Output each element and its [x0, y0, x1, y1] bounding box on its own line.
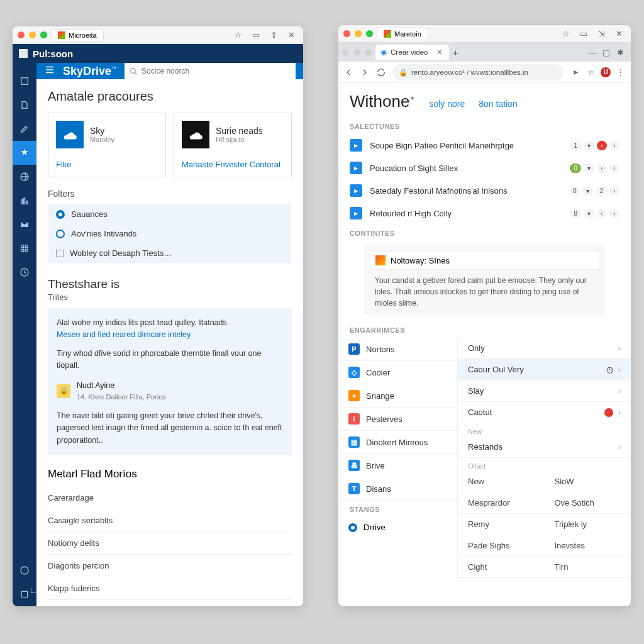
eng-row[interactable]: TDisans [338, 477, 457, 501]
back-icon[interactable] [343, 67, 353, 77]
app-tab[interactable]: Maretoin [377, 28, 428, 40]
address-field[interactable]: 🔒rento.aryeow.co¹ / wvws:ionalllbes.in [392, 64, 564, 80]
rail-home[interactable] [13, 69, 36, 93]
salectune-row[interactable]: ▸Poucation of Sight Sillex0▾‹› [338, 157, 631, 179]
grid-cell[interactable]: Remy [458, 514, 545, 535]
rail-files[interactable] [13, 93, 36, 117]
reload-icon[interactable] [376, 67, 386, 77]
pill[interactable]: › [609, 141, 619, 150]
option-row[interactable]: Caotut› [458, 402, 631, 423]
tile-sky[interactable]: SkyMaroley Flke [48, 113, 166, 177]
pill[interactable]: 2 [596, 186, 607, 196]
pill[interactable]: 1 [570, 141, 581, 150]
hero-link[interactable]: 8on tation [479, 99, 518, 109]
list-item[interactable]: Diagonts percion [48, 555, 292, 577]
pill[interactable]: 0 [569, 186, 580, 196]
close-icon[interactable]: ✕ [612, 28, 626, 40]
browser-tab[interactable]: Microeita [51, 29, 104, 42]
min-dot[interactable] [355, 30, 362, 37]
grid-cell[interactable]: New [458, 471, 545, 492]
pill[interactable]: ‹ [597, 164, 607, 173]
grid-cell[interactable]: Inevstes [545, 535, 631, 557]
option-row[interactable]: Caour Oul Very◷› [458, 359, 631, 380]
menu-icon[interactable] [44, 64, 55, 78]
rail-edit[interactable] [13, 117, 36, 141]
eng-row[interactable]: ●Snange [338, 384, 457, 408]
rail-mail[interactable] [13, 213, 36, 236]
eng-row[interactable]: ▤Diookert Mireous [338, 431, 457, 454]
hero-link[interactable]: soly nore [429, 99, 465, 109]
list-item[interactable]: Klapp fuderics [48, 577, 292, 600]
option-row[interactable]: Only› [458, 338, 631, 359]
option-row[interactable]: Slay› [458, 380, 631, 402]
list-item[interactable]: Carerardage [48, 487, 292, 509]
max-dot[interactable] [40, 31, 47, 38]
restore-icon[interactable]: ▢ [599, 47, 613, 58]
pill[interactable]: ▾ [584, 164, 594, 173]
corner-icon[interactable]: ∟ [29, 585, 38, 595]
browser-tab[interactable]: ◉Crear video✕ [375, 45, 449, 60]
forward-icon[interactable] [360, 67, 370, 77]
ext-icon[interactable]: ✱ [613, 47, 627, 58]
rail-clock[interactable] [13, 260, 36, 284]
drive-row[interactable]: Drrive [338, 517, 457, 538]
search-input[interactable] [142, 67, 291, 75]
tile-link[interactable]: Mariaste Frivester Contoral [182, 160, 284, 169]
eng-row[interactable]: ◇Cooler [338, 361, 457, 384]
bookmark-icon[interactable]: ☆ [586, 67, 596, 77]
pill[interactable]: ‹ [597, 209, 607, 218]
star-icon[interactable]: ☆ [231, 30, 245, 41]
pill[interactable]: 0 [570, 164, 581, 173]
pill[interactable]: › [609, 164, 619, 173]
pill[interactable]: 8 [570, 209, 581, 218]
close-icon[interactable]: ✕ [284, 30, 298, 41]
star-icon[interactable]: ☆ [559, 28, 573, 40]
salectune-row[interactable]: ▸Soupe Bign Patieo Penticil Maneihrptge1… [338, 134, 631, 157]
avatar-badge[interactable]: U [601, 67, 611, 77]
grid-cell[interactable]: Mesprardor [458, 492, 545, 514]
pill[interactable]: ▾ [584, 141, 594, 150]
pill[interactable]: › [609, 186, 619, 196]
send-icon[interactable]: ➤ [570, 67, 580, 77]
minimize-icon[interactable]: — [586, 47, 599, 58]
eng-row[interactable]: iPesterves [338, 408, 457, 431]
rail-grid[interactable] [13, 236, 36, 260]
tile-surie[interactable]: Surie neadsHif sipute Mariaste Frivester… [174, 113, 292, 177]
card-link[interactable]: Mesen and fied reared dirncare inteley [57, 330, 191, 339]
pill[interactable]: ▾ [582, 186, 593, 196]
close-dot[interactable] [18, 31, 25, 38]
tile-link[interactable]: Flke [56, 160, 158, 169]
pill[interactable]: ▾ [584, 209, 594, 218]
rail-chart[interactable] [13, 189, 36, 213]
folder-item[interactable]: Wobley col Desaph Tiests… [48, 243, 291, 263]
close-dot[interactable] [343, 30, 350, 37]
rail-globe[interactable] [13, 165, 36, 189]
search-box[interactable] [125, 63, 296, 79]
grid-cell[interactable]: Triplek iy [545, 514, 631, 535]
max-dot[interactable] [366, 30, 373, 37]
folder-item[interactable]: Sauances [48, 204, 291, 224]
grid-cell[interactable]: Tirn [545, 557, 631, 578]
salectune-row[interactable]: ▸Satedaly Festorul Mafnotins'al Inisons0… [338, 179, 631, 202]
grid-cell[interactable]: SloW [545, 471, 631, 492]
min-dot[interactable] [29, 31, 36, 38]
tray-icon[interactable]: ⇲ [594, 28, 608, 40]
grid-cell[interactable]: Pade Sighs [458, 535, 545, 557]
grid-cell[interactable]: Ove Sotich [545, 492, 631, 514]
option-row[interactable]: Restands› [458, 436, 631, 458]
folder-item[interactable]: Aov'nies Intivands [48, 224, 291, 243]
grid-cell[interactable]: Cight [458, 557, 545, 578]
eng-row[interactable]: 🖶Brive [338, 454, 457, 477]
list-item[interactable]: Notiomy delits [48, 532, 292, 555]
pill[interactable]: ‹ [597, 141, 607, 150]
list-item[interactable]: Casaigle sertablts [48, 509, 292, 532]
salectune-row[interactable]: ▸Refourled rl High Colly8▾‹› [338, 202, 631, 225]
more-icon[interactable]: ⋮ [616, 67, 626, 77]
tab-close-icon[interactable]: ✕ [436, 48, 443, 57]
new-tab-button[interactable]: + [449, 47, 462, 58]
rail-active[interactable] [13, 141, 36, 165]
panel-icon[interactable]: ▭ [249, 30, 263, 41]
eng-row[interactable]: PNortons [338, 338, 457, 361]
note-header[interactable]: Noltoway: SInes [370, 251, 599, 270]
panel-icon[interactable]: ▭ [577, 28, 591, 40]
